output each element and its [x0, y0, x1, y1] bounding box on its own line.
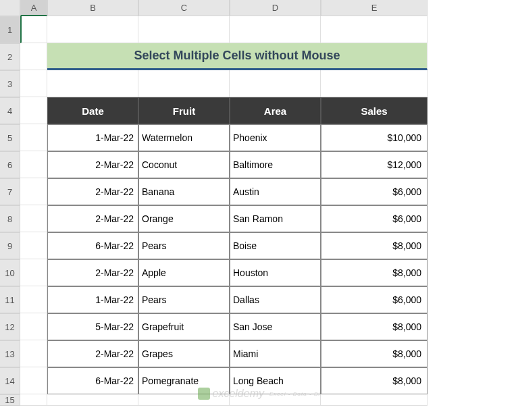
cell-sales[interactable]: $12,000: [321, 151, 428, 178]
cell-c3[interactable]: [138, 70, 230, 97]
cell-a11[interactable]: [20, 286, 47, 313]
cell-sales[interactable]: $6,000: [321, 205, 428, 232]
cell-area[interactable]: San Jose: [230, 313, 321, 340]
cell-fruit[interactable]: Apple: [138, 259, 230, 286]
cell-sales[interactable]: $10,000: [321, 124, 428, 151]
cell-area[interactable]: San Ramon: [230, 205, 321, 232]
cell-date[interactable]: 5-Mar-22: [47, 313, 138, 340]
cell-fruit[interactable]: Grapes: [138, 340, 230, 367]
row-header-2[interactable]: 2: [0, 43, 20, 70]
row-header-10[interactable]: 10: [0, 259, 20, 286]
cell-a7[interactable]: [20, 178, 47, 205]
cell-fruit[interactable]: Orange: [138, 205, 230, 232]
row-header-7[interactable]: 7: [0, 178, 20, 205]
row-header-4[interactable]: 4: [0, 97, 20, 124]
cell-a13[interactable]: [20, 340, 47, 367]
col-header-a[interactable]: A: [20, 0, 47, 16]
cell-e3[interactable]: [321, 70, 428, 97]
cell-c1[interactable]: [138, 16, 230, 43]
cell-a2[interactable]: [20, 43, 47, 70]
cell-date[interactable]: 1-Mar-22: [47, 286, 138, 313]
row-header-11[interactable]: 11: [0, 286, 20, 313]
cell-e1[interactable]: [321, 16, 428, 43]
col-header-b[interactable]: B: [47, 0, 138, 16]
cell-a9[interactable]: [20, 232, 47, 259]
cell-d3[interactable]: [230, 70, 321, 97]
cell-sales[interactable]: $8,000: [321, 367, 428, 394]
cell-fruit[interactable]: Pears: [138, 286, 230, 313]
cell-area[interactable]: Austin: [230, 178, 321, 205]
watermark-text: exceldemy: [213, 388, 264, 400]
cell-area[interactable]: Miami: [230, 340, 321, 367]
row-header-8[interactable]: 8: [0, 205, 20, 232]
cell-d1[interactable]: [230, 16, 321, 43]
col-header-d[interactable]: D: [230, 0, 321, 16]
cell-fruit[interactable]: Coconut: [138, 151, 230, 178]
header-date[interactable]: Date: [47, 97, 138, 124]
watermark-sub: Excel • Data • BI: [269, 391, 321, 397]
cell-b3[interactable]: [47, 70, 138, 97]
cell-sales[interactable]: $8,000: [321, 232, 428, 259]
cell-area[interactable]: Dallas: [230, 286, 321, 313]
cell-a12[interactable]: [20, 313, 47, 340]
cell-a1[interactable]: [20, 16, 47, 43]
header-fruit[interactable]: Fruit: [138, 97, 230, 124]
cell-a5[interactable]: [20, 124, 47, 151]
cell-a15[interactable]: [20, 394, 47, 406]
row-header-12[interactable]: 12: [0, 313, 20, 340]
col-header-c[interactable]: C: [138, 0, 230, 16]
cell-sales[interactable]: $8,000: [321, 259, 428, 286]
cell-a14[interactable]: [20, 367, 47, 394]
cell-a10[interactable]: [20, 259, 47, 286]
watermark: exceldemy Excel • Data • BI: [198, 388, 321, 400]
header-sales[interactable]: Sales: [321, 97, 428, 124]
cell-sales[interactable]: $6,000: [321, 178, 428, 205]
row-header-3[interactable]: 3: [0, 70, 20, 97]
cell-area[interactable]: Phoenix: [230, 124, 321, 151]
cell-a8[interactable]: [20, 205, 47, 232]
cell-b15[interactable]: [47, 394, 138, 406]
cell-a4[interactable]: [20, 97, 47, 124]
cell-sales[interactable]: $8,000: [321, 313, 428, 340]
cell-date[interactable]: 2-Mar-22: [47, 178, 138, 205]
watermark-icon: [198, 388, 210, 400]
cell-date[interactable]: 6-Mar-22: [47, 367, 138, 394]
cell-date[interactable]: 2-Mar-22: [47, 205, 138, 232]
cell-a3[interactable]: [20, 70, 47, 97]
row-header-13[interactable]: 13: [0, 340, 20, 367]
spreadsheet-grid[interactable]: A B C D E 1 2 Select Multiple Cells with…: [0, 0, 518, 406]
cell-sales[interactable]: $6,000: [321, 286, 428, 313]
select-all-corner[interactable]: [0, 0, 20, 16]
cell-sales[interactable]: $8,000: [321, 340, 428, 367]
cell-area[interactable]: Boise: [230, 232, 321, 259]
row-header-15[interactable]: 15: [0, 394, 20, 406]
header-area[interactable]: Area: [230, 97, 321, 124]
cell-date[interactable]: 6-Mar-22: [47, 232, 138, 259]
cell-fruit[interactable]: Watermelon: [138, 124, 230, 151]
cell-fruit[interactable]: Pears: [138, 232, 230, 259]
cell-e15[interactable]: [321, 394, 428, 406]
cell-b1[interactable]: [47, 16, 138, 43]
row-header-5[interactable]: 5: [0, 124, 20, 151]
cell-date[interactable]: 2-Mar-22: [47, 340, 138, 367]
row-header-14[interactable]: 14: [0, 367, 20, 394]
cell-fruit[interactable]: Grapefruit: [138, 313, 230, 340]
row-header-9[interactable]: 9: [0, 232, 20, 259]
title-cell[interactable]: Select Multiple Cells without Mouse: [47, 43, 428, 70]
cell-a6[interactable]: [20, 151, 47, 178]
cell-date[interactable]: 2-Mar-22: [47, 151, 138, 178]
cell-area[interactable]: Baltimore: [230, 151, 321, 178]
cell-date[interactable]: 2-Mar-22: [47, 259, 138, 286]
row-header-1[interactable]: 1: [0, 16, 20, 43]
col-header-e[interactable]: E: [321, 0, 428, 16]
cell-area[interactable]: Houston: [230, 259, 321, 286]
cell-fruit[interactable]: Banana: [138, 178, 230, 205]
cell-date[interactable]: 1-Mar-22: [47, 124, 138, 151]
row-header-6[interactable]: 6: [0, 151, 20, 178]
